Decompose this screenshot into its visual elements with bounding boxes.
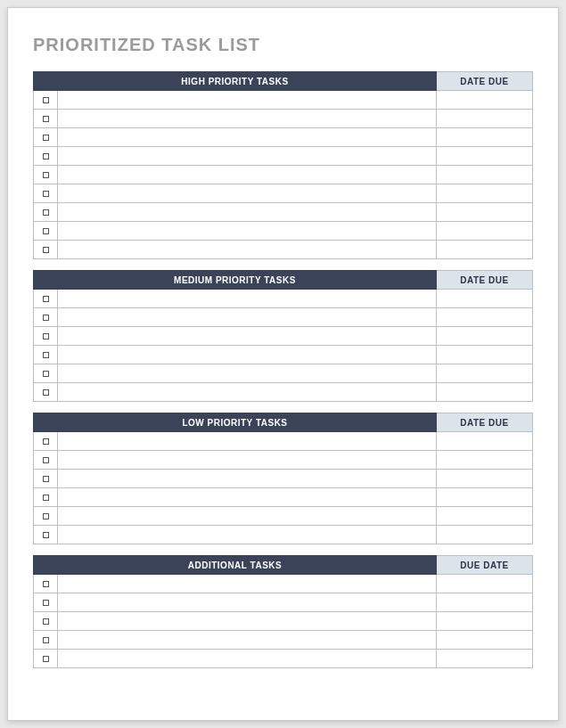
task-cell[interactable] <box>58 451 437 470</box>
date-cell[interactable] <box>437 575 533 593</box>
date-cell[interactable] <box>437 526 533 544</box>
checkbox-icon <box>43 581 49 587</box>
checkbox-cell[interactable] <box>33 451 58 470</box>
task-cell[interactable] <box>58 650 437 668</box>
task-cell[interactable] <box>58 222 437 241</box>
task-cell[interactable] <box>58 241 437 259</box>
date-cell[interactable] <box>437 451 533 470</box>
table-row <box>33 451 533 470</box>
checkbox-icon <box>43 618 49 625</box>
date-cell[interactable] <box>437 222 533 241</box>
task-cell[interactable] <box>58 432 437 451</box>
checkbox-cell[interactable] <box>33 128 58 147</box>
checkbox-cell[interactable] <box>33 91 58 110</box>
checkbox-cell[interactable] <box>33 241 58 259</box>
checkbox-cell[interactable] <box>33 364 58 383</box>
task-cell[interactable] <box>58 290 437 308</box>
date-cell[interactable] <box>437 346 533 364</box>
task-cell[interactable] <box>58 184 437 203</box>
checkbox-cell[interactable] <box>33 383 58 402</box>
task-cell[interactable] <box>58 575 437 593</box>
date-cell[interactable] <box>437 147 533 166</box>
task-cell[interactable] <box>58 383 437 402</box>
date-cell[interactable] <box>437 470 533 488</box>
checkbox-cell[interactable] <box>33 308 58 327</box>
checkbox-cell[interactable] <box>33 147 58 166</box>
section-header: MEDIUM PRIORITY TASKS DATE DUE <box>33 270 533 290</box>
header-date-label: DATE DUE <box>437 413 533 432</box>
checkbox-icon <box>43 637 49 643</box>
task-cell[interactable] <box>58 203 437 222</box>
checkbox-cell[interactable] <box>33 327 58 346</box>
checkbox-icon <box>43 457 49 463</box>
date-cell[interactable] <box>437 507 533 526</box>
table-row <box>33 91 533 110</box>
table-row <box>33 631 533 650</box>
checkbox-cell[interactable] <box>33 110 58 128</box>
task-cell[interactable] <box>58 128 437 147</box>
checkbox-icon <box>43 600 49 606</box>
task-cell[interactable] <box>58 166 437 184</box>
checkbox-cell[interactable] <box>33 612 58 631</box>
date-cell[interactable] <box>437 110 533 128</box>
header-date-label: DATE DUE <box>437 270 533 290</box>
task-cell[interactable] <box>58 488 437 507</box>
table-row <box>33 184 533 203</box>
task-cell[interactable] <box>58 147 437 166</box>
checkbox-cell[interactable] <box>33 346 58 364</box>
task-cell[interactable] <box>58 110 437 128</box>
date-cell[interactable] <box>437 241 533 259</box>
date-cell[interactable] <box>437 308 533 327</box>
task-cell[interactable] <box>58 327 437 346</box>
date-cell[interactable] <box>437 203 533 222</box>
date-cell[interactable] <box>437 612 533 631</box>
table-row <box>33 222 533 241</box>
checkbox-icon <box>43 116 49 122</box>
checkbox-cell[interactable] <box>33 526 58 544</box>
checkbox-cell[interactable] <box>33 575 58 593</box>
task-cell[interactable] <box>58 612 437 631</box>
date-cell[interactable] <box>437 631 533 650</box>
date-cell[interactable] <box>437 593 533 612</box>
checkbox-icon <box>43 191 49 197</box>
task-cell[interactable] <box>58 631 437 650</box>
checkbox-cell[interactable] <box>33 488 58 507</box>
checkbox-cell[interactable] <box>33 184 58 203</box>
date-cell[interactable] <box>437 91 533 110</box>
task-cell[interactable] <box>58 91 437 110</box>
table-row <box>33 327 533 346</box>
section-header: ADDITIONAL TASKS DUE DATE <box>33 555 533 575</box>
date-cell[interactable] <box>437 432 533 451</box>
task-cell[interactable] <box>58 308 437 327</box>
task-cell[interactable] <box>58 593 437 612</box>
checkbox-cell[interactable] <box>33 222 58 241</box>
task-cell[interactable] <box>58 470 437 488</box>
checkbox-cell[interactable] <box>33 631 58 650</box>
task-cell[interactable] <box>58 526 437 544</box>
checkbox-cell[interactable] <box>33 593 58 612</box>
task-cell[interactable] <box>58 346 437 364</box>
header-tasks-label: ADDITIONAL TASKS <box>33 555 437 575</box>
date-cell[interactable] <box>437 290 533 308</box>
date-cell[interactable] <box>437 166 533 184</box>
date-cell[interactable] <box>437 650 533 668</box>
checkbox-icon <box>43 97 49 103</box>
task-cell[interactable] <box>58 507 437 526</box>
date-cell[interactable] <box>437 488 533 507</box>
date-cell[interactable] <box>437 128 533 147</box>
checkbox-cell[interactable] <box>33 166 58 184</box>
checkbox-cell[interactable] <box>33 203 58 222</box>
checkbox-cell[interactable] <box>33 507 58 526</box>
checkbox-icon <box>43 209 49 216</box>
date-cell[interactable] <box>437 184 533 203</box>
checkbox-cell[interactable] <box>33 290 58 308</box>
checkbox-icon <box>43 389 49 396</box>
checkbox-cell[interactable] <box>33 470 58 488</box>
date-cell[interactable] <box>437 383 533 402</box>
date-cell[interactable] <box>437 364 533 383</box>
checkbox-cell[interactable] <box>33 650 58 668</box>
task-cell[interactable] <box>58 364 437 383</box>
section-medium-priority: MEDIUM PRIORITY TASKS DATE DUE <box>33 270 533 402</box>
checkbox-cell[interactable] <box>33 432 58 451</box>
date-cell[interactable] <box>437 327 533 346</box>
